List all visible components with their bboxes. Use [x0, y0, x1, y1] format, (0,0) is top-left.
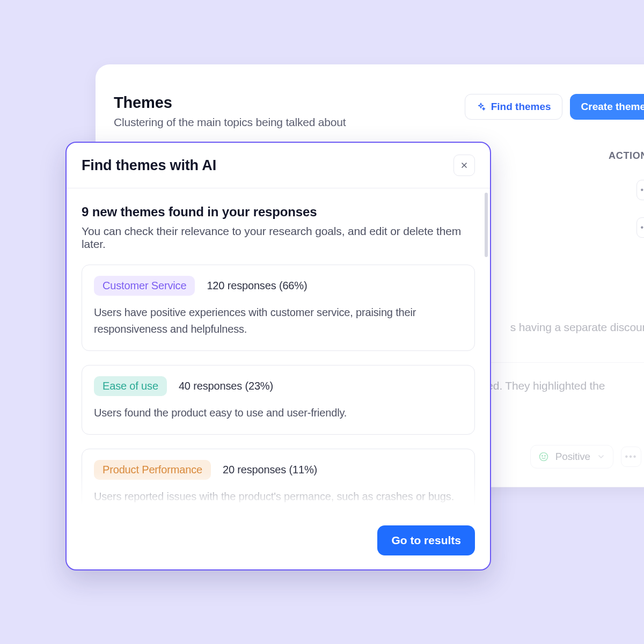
create-theme-button[interactable]: Create theme [570, 94, 644, 120]
theme-pill: Ease of use [94, 376, 167, 396]
panel-actions: Find themes Create theme [465, 94, 644, 120]
found-themes-headline: 9 new themes found in your responses [82, 204, 475, 219]
chevron-down-icon [597, 452, 605, 461]
found-themes-sub: You can check their relevance to your re… [82, 225, 475, 251]
theme-card: Ease of use40 responses (23%)Users found… [82, 365, 475, 435]
close-icon [460, 161, 469, 170]
theme-card-header: Ease of use40 responses (23%) [94, 376, 463, 396]
panel-header: Themes Clustering of the main topics bei… [114, 94, 644, 129]
close-button[interactable] [453, 155, 475, 176]
dialog-footer: Go to results [67, 520, 490, 569]
actions-column-header: ACTIONS [609, 150, 644, 162]
smile-icon [538, 451, 549, 462]
create-theme-label: Create theme [581, 101, 644, 113]
svg-point-2 [539, 452, 547, 460]
theme-meta: 120 responses (66%) [207, 280, 307, 292]
theme-pill: Customer Service [94, 276, 195, 296]
svg-point-3 [541, 455, 543, 456]
panel-title: Themes [114, 94, 346, 112]
theme-description: Users reported issues with the product's… [94, 488, 463, 505]
row-actions-button[interactable]: ••• [636, 180, 644, 200]
svg-point-4 [544, 455, 545, 456]
go-to-results-button[interactable]: Go to results [377, 525, 475, 555]
dialog-title: Find themes with AI [82, 157, 216, 174]
response-more-button[interactable]: ••• [621, 447, 641, 467]
go-to-results-label: Go to results [391, 534, 461, 546]
sentiment-select[interactable]: Positive [530, 445, 613, 469]
more-icon: ••• [641, 223, 644, 232]
find-themes-dialog: Find themes with AI 9 new themes found i… [65, 142, 491, 570]
theme-description: Users found the product easy to use and … [94, 405, 463, 421]
more-icon: ••• [625, 452, 638, 462]
find-themes-label: Find themes [491, 101, 551, 113]
panel-subtitle: Clustering of the main topics being talk… [114, 116, 346, 129]
scrollbar[interactable] [485, 193, 488, 257]
sentiment-label: Positive [555, 451, 590, 463]
theme-card-header: Customer Service120 responses (66%) [94, 276, 463, 296]
find-themes-button[interactable]: Find themes [465, 94, 562, 120]
dialog-header: Find themes with AI [67, 143, 490, 188]
row-actions-button[interactable]: ••• [636, 217, 644, 238]
sparkle-icon [476, 102, 486, 112]
theme-card-header: Product Performance20 responses (11%) [94, 460, 463, 480]
panel-heading: Themes Clustering of the main topics bei… [114, 94, 346, 129]
theme-card: Customer Service120 responses (66%)Users… [82, 265, 475, 351]
theme-meta: 40 responses (23%) [179, 380, 273, 392]
theme-pill: Product Performance [94, 460, 211, 480]
dialog-body: 9 new themes found in your responses You… [67, 188, 490, 520]
theme-meta: 20 responses (11%) [223, 464, 317, 476]
theme-description: Users have positive experiences with cus… [94, 304, 463, 338]
more-icon: ••• [641, 185, 644, 195]
theme-card: Product Performance20 responses (11%)Use… [82, 449, 475, 518]
